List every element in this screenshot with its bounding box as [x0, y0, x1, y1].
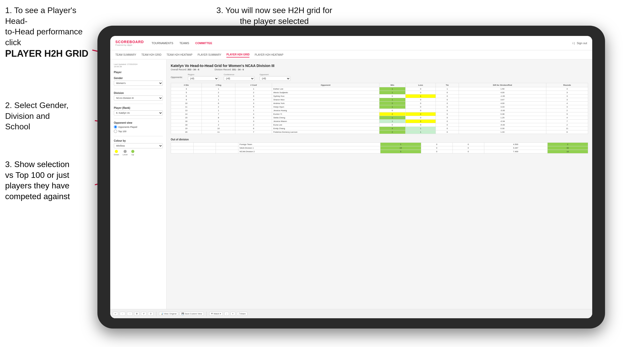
sub-nav-team-h2h-grid[interactable]: TEAM H2H GRID [142, 52, 162, 57]
sidebar-gender-label: Gender [114, 77, 163, 80]
nav-logo-title: SCOREBOARD [115, 40, 144, 44]
sidebar-gender-section: Gender Women's [114, 77, 163, 86]
sidebar-colour-select[interactable]: Win/loss [114, 143, 163, 148]
sidebar-radio-group: Opponents Played Top 100 [114, 125, 163, 133]
sign-out-link[interactable]: Sign out [577, 42, 587, 45]
sub-nav-team-h2h-heatmap[interactable]: TEAM H2H HEATMAP [167, 52, 193, 57]
grid-title: Katelyn Vo Head-to-Head Grid for Women's… [171, 64, 588, 68]
sidebar-colour-label: Colour by [114, 139, 163, 142]
sidebar-radio-top100[interactable]: Top 100 [114, 130, 163, 133]
sidebar-player-section: Player [114, 71, 163, 74]
toolbar-forward[interactable]: → [127, 312, 133, 316]
toolbar-sep2 [206, 312, 207, 316]
sidebar-division-select[interactable]: NCAA Division III [114, 95, 163, 101]
legend-level: Level [123, 150, 127, 156]
th-win: Win [379, 83, 405, 87]
sidebar-player-rank-section: Player (Rank) 8. Katelyn Vo [114, 107, 163, 115]
toolbar-view-original[interactable]: 📊 View: Original [159, 312, 178, 316]
grid-records: Overall Record: 353 - 34 - 6 Division Re… [171, 68, 588, 71]
legend-circles: Down Level Up [114, 150, 163, 156]
out-of-division-table: Foreign Team1004.5002NAIA Division 11500… [171, 142, 588, 153]
sidebar-gender-select[interactable]: Women's [114, 81, 163, 86]
toolbar-download[interactable]: ↓ [224, 312, 229, 316]
toolbar-time[interactable]: ⏱ [148, 312, 154, 316]
instruction-top-left: 1. To see a Player's Head- to-Head perfo… [5, 5, 100, 60]
table-row: 1063Andrea York2004.004 [171, 102, 588, 105]
th-diff: Diff Av Strokes/Rnd [459, 83, 546, 87]
th-tie: Tie [436, 83, 459, 87]
sidebar-division-section: Division NCAA Division III [114, 92, 163, 101]
sidebar-colour-section: Colour by Win/loss Down Level [114, 139, 163, 156]
legend-level-dot [124, 150, 127, 153]
instruction-top-right: 3. You will now see H2H grid for the pla… [210, 5, 338, 26]
sub-nav-player-summary[interactable]: PLAYER SUMMARY [198, 52, 221, 57]
table-row: 914Sharon Mun1003.673 [171, 98, 588, 102]
th-div: # Div [171, 83, 202, 87]
toolbar-list[interactable]: ≡ [230, 312, 235, 316]
nav-items: TOURNAMENTS TEAMS COMMITTEE [152, 41, 572, 46]
nav-right: i | Sign out [572, 42, 587, 45]
sub-nav-team-summary[interactable]: TEAM SUMMARY [115, 52, 136, 57]
legend-down-dot [115, 150, 118, 153]
nav-item-committee[interactable]: COMMITTEE [195, 41, 212, 46]
main-data-table: # Div # Reg # Conf Opponent Win Loss Tie… [171, 83, 588, 134]
legend-up-dot [131, 150, 134, 153]
th-conf: # Conf [235, 83, 272, 87]
nav-logo-sub: Powered by clippd [115, 44, 144, 46]
tablet-screen: SCOREBOARD Powered by clippd TOURNAMENTS… [110, 36, 592, 318]
toolbar-save-custom[interactable]: 💾 Save Custom View [180, 312, 204, 316]
th-rounds: Rounds [546, 83, 588, 87]
table-row: 20117Federica Domecq Lacroze2101.336 [171, 130, 588, 134]
table-row: 633Sydney Kuo010-1.003 [171, 94, 588, 98]
sidebar-division-label: Division [114, 92, 163, 94]
nav-logo: SCOREBOARD Powered by clippd [115, 40, 144, 46]
sidebar-opponent-view-label: Opponent view [114, 121, 163, 124]
toolbar-refresh[interactable]: ↺ [141, 312, 146, 316]
out-table-row: Foreign Team1004.5002 [171, 143, 588, 146]
legend-up: Up [131, 150, 134, 156]
sidebar-opponent-view-section: Opponent view Opponents Played Top 100 [114, 121, 163, 133]
sidebar-player-label: Player [114, 71, 163, 74]
toolbar-back[interactable]: ← [120, 312, 125, 316]
table-row: 19106Emily Chang4100.3011 [171, 127, 588, 130]
th-reg: # Reg [202, 83, 235, 87]
toolbar-settings[interactable]: ⚙ [134, 312, 139, 316]
table-row: 522Alexis Sudjianto1004.003 [171, 91, 588, 94]
filter-conference-select[interactable]: (All) [224, 76, 255, 81]
table-row: 1585Stella Cheng1001.254 [171, 116, 588, 120]
opponents-label: Opponents: [171, 76, 183, 79]
table-row: 1125Heejo Hyun1003.333 [171, 105, 588, 109]
table-row: 311Esther Lee1011.504 [171, 87, 588, 91]
filter-opponent: Opponent (All) [260, 73, 290, 81]
filter-region-select[interactable]: (All) [188, 76, 219, 81]
overall-record: Overall Record: 353 - 34 - 6 [171, 68, 199, 71]
out-of-division-title: Out of division [171, 138, 588, 141]
division-record: Division Record: 331 - 34 - 6 [215, 68, 244, 71]
toolbar-share[interactable]: ⤴ Share [237, 312, 248, 316]
sub-nav: TEAM SUMMARY TEAM H2H GRID TEAM H2H HEAT… [110, 50, 592, 60]
filter-opponent-select[interactable]: (All) [260, 76, 290, 81]
sidebar-player-rank-label: Player (Rank) [114, 107, 163, 109]
sidebar-player-rank-select[interactable]: 8. Katelyn Vo [114, 110, 163, 115]
table-row: 1311Jessica Huang000-3.002 [171, 109, 588, 112]
filter-conference: Conference (All) [224, 73, 255, 81]
toolbar-watch[interactable]: 👁 Watch ▾ [209, 312, 223, 316]
sub-nav-player-h2h-grid[interactable]: PLAYER H2H GRID [226, 52, 249, 57]
instruction-mid-left: 2. Select Gender, Division and School [5, 100, 95, 132]
table-row: 1474Eunice Yi2200.389 [171, 112, 588, 116]
main-content: Last Updated: 27/03/2024 16:55:38 Player… [110, 60, 592, 318]
tablet-frame: SCOREBOARD Powered by clippd TOURNAMENTS… [97, 26, 605, 329]
table-row: 1613Jessica Mason120-0.947 [171, 120, 588, 123]
sub-nav-player-h2h-heatmap[interactable]: PLAYER H2H HEATMAP [255, 52, 283, 57]
nav-item-teams[interactable]: TEAMS [179, 41, 189, 46]
toolbar-undo[interactable]: ↩ [113, 312, 118, 316]
bottom-toolbar: ↩ ← → ⚙ ↺ ⏱ 📊 View: Original 💾 Save Cust… [110, 309, 592, 318]
table-row: 1822Euna Lee000-5.002 [171, 123, 588, 127]
sidebar-timestamp: Last Updated: 27/03/2024 16:55:38 [114, 63, 163, 68]
filter-row: Opponents: Region (All) Conference (All) [171, 73, 588, 81]
filter-region: Region (All) [188, 73, 219, 81]
th-loss: Loss [405, 83, 436, 87]
nav-item-tournaments[interactable]: TOURNAMENTS [152, 41, 173, 46]
sidebar: Last Updated: 27/03/2024 16:55:38 Player… [110, 60, 167, 318]
sidebar-radio-opponents-played[interactable]: Opponents Played [114, 125, 163, 129]
